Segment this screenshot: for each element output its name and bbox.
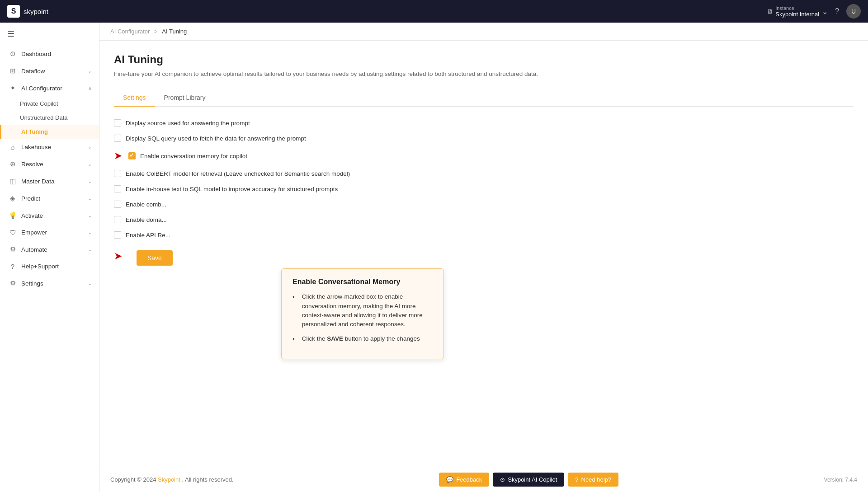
- predict-icon: ◈: [9, 194, 17, 202]
- save-button[interactable]: Save: [137, 250, 173, 266]
- sidebar-label-automate: Automate: [21, 246, 47, 253]
- sidebar-item-ai-configurator[interactable]: ✦ AI Configurator ∧: [0, 80, 99, 97]
- help-button[interactable]: ? Need help?: [568, 473, 618, 487]
- checkbox-api-re[interactable]: [114, 231, 121, 239]
- tooltip-item-2: Click the SAVE button to apply the chang…: [292, 334, 433, 344]
- checkbox-label-conversation-memory[interactable]: Enable conversation memory for copilot: [140, 153, 247, 159]
- tooltip-popup: Enable Conversational Memory Click the a…: [281, 268, 444, 359]
- help-icon: ?: [575, 476, 578, 483]
- sidebar-subitem-ai-tuning[interactable]: AI Tuning: [0, 125, 99, 139]
- sidebar-label-dataflow: Dataflow: [21, 68, 45, 75]
- chevron-down-icon: [88, 144, 92, 150]
- dataflow-icon: ⊞: [9, 67, 17, 75]
- chevron-down-icon[interactable]: ⌄: [822, 7, 828, 16]
- tooltip-text-2-before: Click the: [302, 335, 327, 342]
- breadcrumb-parent[interactable]: AI Configurator: [110, 28, 150, 35]
- checkbox-display-sql[interactable]: [114, 135, 121, 142]
- tab-settings[interactable]: Settings: [114, 89, 155, 107]
- chevron-up-icon: ∧: [88, 85, 92, 91]
- chevron-down-icon: [88, 161, 92, 167]
- tooltip-text-1: Click the arrow-marked box to enable con…: [302, 292, 433, 329]
- footer-brand-link[interactable]: Skypoint: [158, 476, 180, 483]
- checkbox-display-source[interactable]: [114, 119, 121, 127]
- sidebar-item-lakehouse[interactable]: ⌂ Lakehouse: [0, 139, 99, 155]
- sidebar-item-master-data[interactable]: ◫ Master Data: [0, 173, 99, 190]
- checkbox-domain[interactable]: [114, 216, 121, 223]
- sidebar-item-help-support[interactable]: ? Help+Support: [0, 258, 99, 275]
- checkbox-label-api-re[interactable]: Enable API Re...: [126, 232, 170, 239]
- tooltip-text-2: Click the SAVE button to apply the chang…: [302, 334, 420, 344]
- chevron-down-icon: [88, 68, 92, 74]
- page-title: AI Tuning: [114, 53, 854, 66]
- checkbox-row-inhouse-text: Enable in-house text to SQL model to imp…: [114, 185, 854, 192]
- checkbox-label-inhouse-text[interactable]: Enable in-house text to SQL model to imp…: [126, 186, 338, 192]
- lakehouse-icon: ⌂: [9, 143, 17, 151]
- copilot-button[interactable]: ⊙ Skypoint AI Copilot: [493, 473, 564, 487]
- checkbox-label-display-source[interactable]: Display source used for answering the pr…: [126, 120, 250, 127]
- tab-prompt-library[interactable]: Prompt Library: [155, 89, 215, 107]
- help-icon[interactable]: ?: [835, 7, 839, 15]
- chevron-down-icon: [88, 196, 92, 201]
- sidebar-label-help-support: Help+Support: [21, 263, 59, 270]
- empower-icon: 🛡: [9, 229, 17, 236]
- tooltip-bold-save: SAVE: [327, 335, 343, 342]
- chevron-down-icon: [88, 230, 92, 235]
- checkbox-row-colbert: Enable ColBERT model for retrieval (Leav…: [114, 170, 854, 177]
- sidebar-label-activate: Activate: [21, 212, 43, 219]
- master-data-icon: ◫: [9, 177, 17, 185]
- feedback-icon: 💬: [446, 476, 453, 483]
- sidebar-subitem-unstructured-data[interactable]: Unstructured Data: [0, 111, 99, 125]
- avatar[interactable]: U: [846, 4, 861, 19]
- checkbox-conversation-memory[interactable]: [128, 152, 136, 159]
- sidebar-subitem-private-copilot[interactable]: Private Copilot: [0, 97, 99, 111]
- chevron-down-icon: [88, 247, 92, 253]
- sidebar-item-dashboard[interactable]: ⊙ Dashboard: [0, 45, 99, 62]
- sidebar-item-empower[interactable]: 🛡 Empower: [0, 224, 99, 241]
- checkbox-label-domain[interactable]: Enable doma...: [126, 216, 167, 223]
- settings-icon: ⚙: [9, 279, 17, 287]
- instance-info: 🖥 Instance Skypoint Internal ⌄: [767, 5, 828, 18]
- breadcrumb: AI Configurator > AI Tuning: [99, 23, 868, 41]
- sidebar-item-resolve[interactable]: ⊕ Resolve: [0, 155, 99, 173]
- checkbox-label-comb[interactable]: Enable comb...: [126, 201, 166, 208]
- red-arrow-checkbox: ➤: [114, 150, 122, 162]
- checkbox-row-conversation-memory: ➤ Enable conversation memory for copilot: [114, 150, 854, 162]
- breadcrumb-current: AI Tuning: [162, 28, 187, 35]
- checkbox-inhouse-text[interactable]: [114, 185, 121, 192]
- tooltip-list: Click the arrow-marked box to enable con…: [292, 292, 433, 344]
- copilot-icon: ⊙: [500, 476, 505, 483]
- dashboard-icon: ⊙: [9, 50, 17, 58]
- ai-configurator-icon: ✦: [9, 84, 17, 92]
- help-label: Need help?: [581, 476, 612, 483]
- red-arrow-save: ➤: [114, 250, 122, 262]
- sidebar-label-predict: Predict: [21, 195, 40, 202]
- chevron-down-icon: [88, 178, 92, 184]
- instance-name: Skypoint Internal: [775, 11, 819, 18]
- footer-rights: . All rights reserved.: [182, 476, 233, 483]
- checkbox-row-display-sql: Display SQL query used to fetch the data…: [114, 135, 854, 142]
- checkbox-label-display-sql[interactable]: Display SQL query used to fetch the data…: [126, 135, 306, 142]
- resolve-icon: ⊕: [9, 160, 17, 168]
- checkbox-colbert[interactable]: [114, 170, 121, 177]
- checkbox-row-domain: Enable doma...: [114, 216, 854, 223]
- header-right: 🖥 Instance Skypoint Internal ⌄ ? U: [767, 4, 861, 19]
- instance-label: Instance: [775, 5, 819, 11]
- checkbox-label-colbert[interactable]: Enable ColBERT model for retrieval (Leav…: [126, 170, 350, 177]
- copyright-text: Copyright © 2024: [110, 476, 156, 483]
- sidebar-item-dataflow[interactable]: ⊞ Dataflow: [0, 62, 99, 80]
- breadcrumb-separator: >: [154, 28, 158, 35]
- sidebar-item-settings[interactable]: ⚙ Settings: [0, 275, 99, 292]
- main-content: AI Tuning Fine-tune your AI companion to…: [99, 41, 868, 467]
- automate-icon: ⚙: [9, 245, 17, 253]
- sidebar-item-automate[interactable]: ⚙ Automate: [0, 241, 99, 258]
- checkbox-comb[interactable]: [114, 201, 121, 208]
- feedback-button[interactable]: 💬 Feedback: [439, 473, 489, 487]
- sidebar-item-activate[interactable]: 💡 Activate: [0, 207, 99, 224]
- sidebar-item-predict[interactable]: ◈ Predict: [0, 190, 99, 207]
- sidebar-label-lakehouse: Lakehouse: [21, 144, 51, 150]
- header-left: S skypoint: [7, 5, 48, 18]
- sidebar-menu-icon[interactable]: ☰: [0, 23, 99, 45]
- tooltip-item-1: Click the arrow-marked box to enable con…: [292, 292, 433, 329]
- tabs: Settings Prompt Library: [114, 89, 854, 107]
- main-layout: ☰ ⊙ Dashboard ⊞ Dataflow ✦ AI Configurat…: [0, 23, 868, 492]
